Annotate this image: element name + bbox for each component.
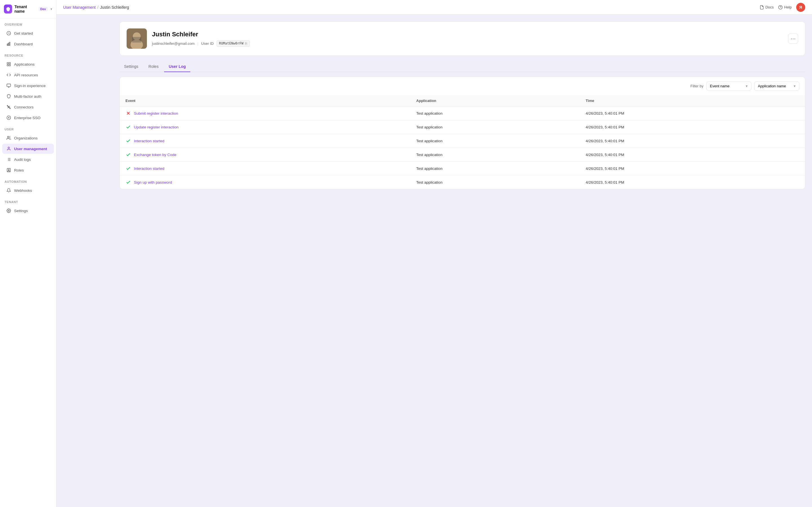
event-cell: Exchange token by Code — [120, 148, 410, 162]
tab-settings[interactable]: Settings — [119, 61, 143, 72]
time-cell: 4/26/2023, 5:40:01 PM — [580, 162, 805, 175]
user-id-badge: RUMatENw0rFW ⎘ — [216, 40, 250, 47]
event-link[interactable]: Interaction started — [134, 139, 164, 143]
svg-rect-3 — [7, 62, 8, 64]
success-icon — [126, 138, 131, 144]
gear-icon — [6, 208, 11, 213]
time-cell: 4/26/2023, 5:40:01 PM — [580, 175, 805, 189]
sidebar-item-label: Sign-in experience — [14, 83, 46, 88]
col-event: Event — [120, 95, 410, 107]
table-row: Submit register interaction Test applica… — [120, 107, 805, 120]
sidebar-item-roles[interactable]: Roles — [2, 165, 54, 175]
sidebar-item-mfa[interactable]: Multi-factor auth — [2, 91, 54, 101]
col-application: Application — [410, 95, 580, 107]
svg-point-14 — [8, 147, 9, 149]
col-time: Time — [580, 95, 805, 107]
table-row: Sign up with password Test application 4… — [120, 175, 805, 189]
webhook-icon — [6, 188, 11, 193]
sidebar-item-get-started[interactable]: Get started — [2, 28, 54, 38]
sidebar-item-webhooks[interactable]: Webhooks — [2, 185, 54, 195]
sidebar-item-applications[interactable]: Applications — [2, 59, 54, 69]
application-cell: Test application — [410, 120, 580, 134]
profile-meta: justinschleifer@gmail.com | User ID RUMa… — [152, 40, 250, 47]
topbar: User Management / Justin Schleiferg Docs… — [56, 0, 812, 15]
tabs: Settings Roles User Log — [119, 61, 805, 72]
sso-icon — [6, 115, 11, 120]
sidebar-item-label: Enterprise SSO — [14, 116, 41, 120]
time-cell: 4/26/2023, 5:40:01 PM — [580, 148, 805, 162]
event-cell: Sign up with password — [120, 175, 410, 189]
meta-divider: | — [197, 41, 198, 46]
event-link[interactable]: Update register interaction — [134, 125, 179, 129]
success-icon — [126, 180, 131, 185]
application-cell: Test application — [410, 148, 580, 162]
profile-name: Justin Schleifer — [152, 31, 250, 38]
status-icon — [125, 138, 131, 144]
app-name-filter[interactable]: Application name ▾ — [754, 81, 799, 91]
svg-rect-6 — [9, 64, 10, 66]
event-cell: Submit register interaction — [120, 107, 410, 120]
sidebar-item-sign-in-experience[interactable]: Sign-in experience — [2, 80, 54, 91]
avatar-image — [126, 29, 147, 49]
profile-email: justinschleifer@gmail.com — [152, 41, 195, 46]
filter-label: Filter by — [691, 84, 703, 88]
user-section-label: USER — [0, 123, 56, 133]
sidebar-item-api-resources[interactable]: API resources — [2, 70, 54, 80]
user-avatar-button[interactable]: Я — [796, 3, 805, 12]
success-icon — [126, 124, 131, 129]
sidebar-item-connectors[interactable]: Connectors — [2, 102, 54, 112]
app-filter-label: Application name — [758, 84, 786, 88]
event-link[interactable]: Exchange token by Code — [134, 153, 176, 157]
application-cell: Test application — [410, 162, 580, 175]
success-icon — [126, 152, 131, 157]
breadcrumb-parent[interactable]: User Management — [63, 5, 96, 10]
svg-point-11 — [10, 108, 10, 109]
copy-icon[interactable]: ⎘ — [245, 41, 247, 46]
user-id-label: User ID — [201, 41, 214, 46]
event-name-filter[interactable]: Event name ▾ — [706, 81, 751, 91]
application-cell: Test application — [410, 175, 580, 189]
sidebar-item-settings[interactable]: Settings — [2, 206, 54, 216]
event-filter-chevron-icon: ▾ — [746, 84, 748, 88]
sidebar-item-enterprise-sso[interactable]: Enterprise SSO — [2, 113, 54, 123]
sidebar-item-label: Multi-factor auth — [14, 94, 42, 99]
sidebar: Tenant name Dev ▾ OVERVIEW Get started D… — [0, 0, 56, 507]
tenant-chevron-icon[interactable]: ▾ — [50, 7, 52, 11]
automation-section-label: AUTOMATION — [0, 175, 56, 185]
docs-button[interactable]: Docs — [760, 5, 774, 10]
svg-point-10 — [7, 105, 8, 106]
time-cell: 4/26/2023, 5:40:01 PM — [580, 134, 805, 148]
sidebar-item-audit-logs[interactable]: Audit logs — [2, 154, 54, 165]
svg-point-22 — [8, 169, 9, 170]
svg-rect-29 — [132, 37, 141, 43]
log-filters: Filter by Event name ▾ Application name … — [120, 77, 805, 95]
sidebar-item-label: Dashboard — [14, 42, 33, 46]
time-cell: 4/26/2023, 5:40:01 PM — [580, 107, 805, 120]
table-row: Interaction started Test application 4/2… — [120, 134, 805, 148]
event-link[interactable]: Sign up with password — [134, 180, 172, 184]
tab-roles[interactable]: Roles — [144, 61, 163, 72]
breadcrumb-current: Justin Schleiferg — [100, 5, 129, 10]
sidebar-item-label: User management — [14, 147, 47, 151]
person-badge-icon — [6, 168, 11, 173]
tab-user-log[interactable]: User Log — [164, 61, 190, 72]
sidebar-item-label: Applications — [14, 62, 35, 66]
event-link[interactable]: Interaction started — [134, 166, 164, 171]
help-button[interactable]: Help — [778, 5, 792, 10]
tenant-badge: Dev — [39, 7, 48, 11]
sidebar-item-dashboard[interactable]: Dashboard — [2, 39, 54, 49]
topbar-actions: Docs Help Я — [760, 3, 805, 12]
tenant-name: Tenant name — [14, 4, 36, 13]
log-card: Filter by Event name ▾ Application name … — [119, 76, 805, 189]
overview-section-label: OVERVIEW — [0, 18, 56, 28]
monitor-icon — [6, 83, 11, 88]
sidebar-item-user-management[interactable]: User management — [2, 144, 54, 154]
event-link[interactable]: Submit register interaction — [134, 111, 178, 115]
error-icon — [126, 111, 131, 116]
users-icon — [6, 146, 11, 151]
status-icon — [125, 124, 131, 130]
more-options-button[interactable]: ⋯ — [788, 34, 798, 44]
app-filter-chevron-icon: ▾ — [794, 84, 796, 88]
sidebar-item-organizations[interactable]: Organizations — [2, 133, 54, 143]
main-content: Justin Schleifer justinschleifer@gmail.c… — [113, 15, 812, 507]
